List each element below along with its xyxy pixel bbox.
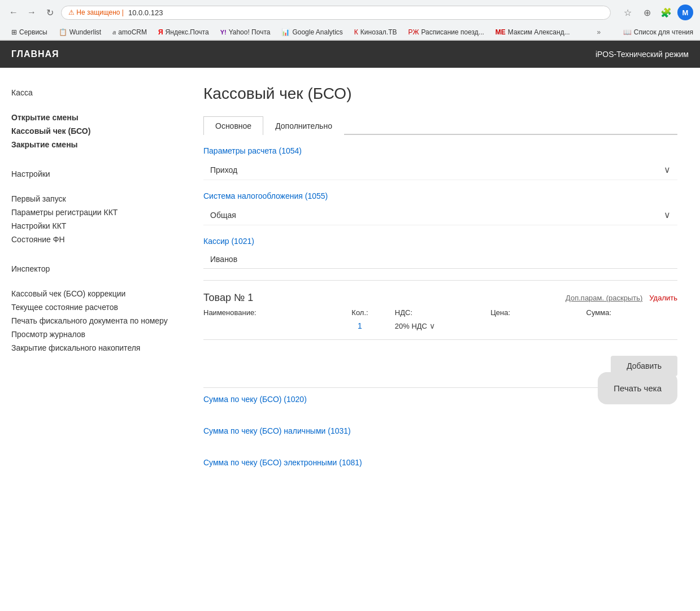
- bookmark-kinozal[interactable]: К Кинозал.ТВ: [350, 27, 402, 37]
- sidebar-item-bso-correction[interactable]: Кассовый чек (БСО) коррекции: [11, 287, 169, 300]
- bookmark-yandex-label: Яндекс.Почта: [166, 28, 209, 36]
- sidebar: Касса Открытие смены Кассовый чек (БСО) …: [0, 68, 181, 611]
- bookmark-wunderlist-label: Wunderlist: [69, 28, 101, 36]
- print-button-container: Печать чека: [598, 395, 677, 404]
- sidebar-item-bso[interactable]: Кассовый чек (БСО): [11, 124, 169, 138]
- total-cash-row: Сумма по чеку (БСО) наличными (1031): [203, 426, 677, 435]
- bookmark-yandex-mail[interactable]: Я Яндекс.Почта: [154, 27, 214, 37]
- vat-chevron: ∨: [429, 321, 435, 330]
- sidebar-item-close-fn[interactable]: Закрытие фискального накопителя: [11, 341, 169, 355]
- payment-type-value: Приход: [210, 165, 237, 174]
- sidebar-item-open-shift[interactable]: Открытие смены: [11, 111, 169, 124]
- total-electronic-row: Сумма по чеку (БСО) электронными (1081): [203, 458, 677, 467]
- sidebar-inspector-label: Инспектор: [11, 264, 169, 273]
- app-header: ГЛАВНАЯ iPOS-Технический режим: [0, 41, 700, 68]
- sidebar-item-kkt-params[interactable]: Параметры регистрации ККТ: [11, 206, 169, 219]
- url-text: 10.0.0.123: [128, 8, 163, 17]
- main-layout: Касса Открытие смены Кассовый чек (БСО) …: [0, 68, 700, 611]
- total-electronic-label: Сумма по чеку (БСО) электронными (1081): [203, 458, 362, 467]
- delete-product-button[interactable]: Удалить: [649, 294, 677, 302]
- tab-additional[interactable]: Дополнительно: [263, 116, 344, 135]
- product-vat-value: 20% НДС: [395, 322, 427, 330]
- col-vat-header: НДС:: [395, 308, 486, 317]
- yandex-icon: Я: [158, 28, 163, 36]
- browser-icons: ☆ ⊕ 🧩 M: [620, 5, 693, 20]
- browser-nav: ← → ↻ ⚠ Не защищено | 10.0.0.123 ☆ ⊕ 🧩 M: [0, 0, 700, 25]
- reading-list-button[interactable]: 📖 Список для чтения: [623, 28, 693, 36]
- page-title: Кассовый чек (БСО): [203, 85, 677, 103]
- bookmark-trains-label: Расписание поезд...: [421, 28, 484, 36]
- add-product-button[interactable]: Добавить: [611, 356, 677, 376]
- product-row: 1 20% НДС ∨: [203, 321, 677, 330]
- col-qty-header: Кол.:: [329, 308, 390, 317]
- analytics-icon: 📊: [281, 28, 290, 36]
- sidebar-item-kkt-settings[interactable]: Настройки ККТ: [11, 219, 169, 233]
- extensions-button[interactable]: 🧩: [658, 5, 674, 20]
- content-area: Кассовый чек (БСО) Основное Дополнительн…: [181, 68, 700, 611]
- browser-icon-button[interactable]: ⊕: [639, 5, 655, 20]
- bookmark-kinozal-label: Кинозал.ТВ: [360, 28, 397, 36]
- print-check-button[interactable]: Печать чека: [598, 372, 677, 404]
- sidebar-settings-label: Настройки: [11, 169, 169, 178]
- bookmark-services[interactable]: ⊞ Сервисы: [7, 27, 52, 37]
- product-columns-header: Наименование: Кол.: НДС: Цена: Сумма:: [203, 308, 677, 317]
- yahoo-icon: Y!: [220, 29, 227, 36]
- profile-button[interactable]: M: [677, 5, 693, 20]
- payment-type-chevron: ∨: [664, 164, 671, 175]
- sidebar-item-calc-state[interactable]: Текущее состояние расчетов: [11, 300, 169, 314]
- tax-type-value: Общая: [210, 211, 236, 220]
- nav-back-button[interactable]: ←: [7, 6, 20, 19]
- tax-section: Система налогообложения (1055) Общая ∨: [203, 191, 677, 225]
- address-bar[interactable]: ⚠ Не защищено | 10.0.0.123: [61, 6, 611, 20]
- bookmarks-more-button[interactable]: »: [597, 28, 601, 36]
- bookmark-amocrm-label: amoCRM: [118, 28, 147, 36]
- product-actions: Доп.парам. (раскрыть) Удалить: [566, 294, 677, 302]
- sidebar-item-view-logs[interactable]: Просмотр журналов: [11, 328, 169, 341]
- bookmark-yahoo-mail[interactable]: Y! Yahoo! Почта: [216, 27, 275, 37]
- payment-type-row[interactable]: Приход ∨: [203, 160, 677, 180]
- reading-list-icon: 📖: [623, 28, 632, 36]
- browser-chrome: ← → ↻ ⚠ Не защищено | 10.0.0.123 ☆ ⊕ 🧩 M…: [0, 0, 700, 41]
- product-vat-col: 20% НДС ∨: [395, 321, 486, 330]
- product-divider: [203, 339, 677, 340]
- bookmark-analytics-label: Google Analytics: [292, 28, 342, 36]
- product-header: Товар № 1 Доп.парам. (раскрыть) Удалить: [203, 292, 677, 304]
- product-qty-value[interactable]: 1: [329, 321, 390, 330]
- tab-basic[interactable]: Основное: [203, 116, 263, 135]
- col-price-header: Цена:: [490, 308, 581, 317]
- bookmark-wunderlist[interactable]: 📋 Wunderlist: [54, 27, 106, 37]
- tabs: Основное Дополнительно: [203, 116, 677, 135]
- cashier-title: Кассир (1021): [203, 237, 677, 246]
- col-sum-header: Сумма:: [586, 308, 677, 317]
- total-cash-label: Сумма по чеку (БСО) наличными (1031): [203, 426, 351, 435]
- reading-list-label: Список для чтения: [634, 28, 693, 36]
- trains-icon: РЖ: [408, 28, 419, 36]
- product-section: Товар № 1 Доп.парам. (раскрыть) Удалить …: [203, 292, 677, 376]
- bookmark-trains[interactable]: РЖ Расписание поезд...: [404, 27, 489, 37]
- cashier-section: Кассир (1021) Иванов: [203, 237, 677, 269]
- sidebar-item-first-launch[interactable]: Первый запуск: [11, 192, 169, 206]
- tax-title: Система налогообложения (1055): [203, 191, 677, 200]
- product-title: Товар № 1: [203, 292, 253, 304]
- bookmark-google-analytics[interactable]: 📊 Google Analytics: [277, 27, 347, 37]
- bookmark-amocrm[interactable]: a amoCRM: [108, 27, 151, 37]
- bookmark-maxim[interactable]: МЕ Максим Александ...: [491, 27, 575, 37]
- app-header-title: ГЛАВНАЯ: [11, 49, 59, 59]
- maxim-icon: МЕ: [495, 28, 506, 36]
- sidebar-item-close-shift[interactable]: Закрытие смены: [11, 138, 169, 151]
- sidebar-item-fn-state[interactable]: Состояние ФН: [11, 233, 169, 246]
- sidebar-item-print-fiscal[interactable]: Печать фискального документа по номеру: [11, 314, 169, 328]
- bookmark-maxim-label: Максим Александ...: [508, 28, 570, 36]
- totals-print-section: Печать чека Сумма по чеку (БСО) (1020) С…: [203, 395, 677, 476]
- bookmark-star-button[interactable]: ☆: [620, 5, 636, 20]
- sidebar-kassa-label: Касса: [11, 88, 169, 97]
- wunderlist-icon: 📋: [59, 28, 67, 36]
- nav-refresh-button[interactable]: ↻: [43, 6, 56, 19]
- extra-params-link[interactable]: Доп.парам. (раскрыть): [566, 294, 642, 302]
- bookmarks-bar: ⊞ Сервисы 📋 Wunderlist a amoCRM Я Яндекс…: [0, 25, 700, 40]
- section-divider: [203, 280, 677, 281]
- amocrm-icon: a: [112, 29, 116, 36]
- nav-forward-button[interactable]: →: [25, 6, 38, 19]
- tax-type-row[interactable]: Общая ∨: [203, 205, 677, 225]
- security-warning: ⚠ Не защищено |: [68, 8, 124, 16]
